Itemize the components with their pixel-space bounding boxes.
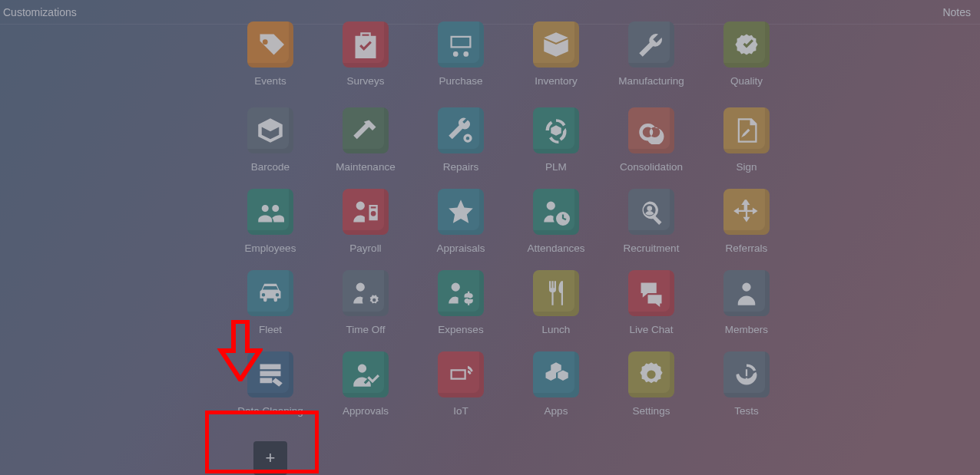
app-label: Apps [545,405,568,417]
wrench-gear-icon [438,107,484,153]
app-label: Expenses [438,324,483,336]
reload-alert-icon [723,351,770,397]
iot-icon [438,351,484,397]
magnify-user-icon [628,189,674,235]
chat-bubbles-icon [628,270,674,316]
app-label: Manufacturing [618,75,684,87]
cycle-cube-icon [533,107,579,153]
hammer-icon [343,107,389,153]
app-tile-events[interactable]: Events [223,21,318,103]
clipboard-check-icon [343,21,389,68]
app-label: Employees [245,242,296,255]
app-tile-maintenance[interactable]: Maintenance [318,103,413,184]
doc-sign-icon [723,107,770,153]
app-tile-time-off[interactable]: Time Off [318,266,413,347]
app-tile-plm[interactable]: PLM [508,103,604,184]
annotation-red-box [205,411,319,473]
app-tile-appraisals[interactable]: Appraisals [413,184,508,266]
app-label: Settings [633,405,670,417]
app-label: Lunch [542,324,571,336]
payroll-icon [343,189,389,235]
cutlery-icon [533,270,579,316]
app-tile-sign[interactable]: Sign [699,103,794,184]
app-label: Barcode [251,161,290,173]
box-open-icon [533,21,579,68]
cart-icon [438,21,484,68]
app-tile-consolidation[interactable]: Consolidation [604,103,699,184]
app-tile-inventory[interactable]: Inventory [508,21,604,103]
app-tile-members[interactable]: Members [699,266,794,347]
app-tile-lunch[interactable]: Lunch [508,266,604,347]
app-tile-quality[interactable]: Quality [699,21,794,103]
app-label: Live Chat [629,324,673,336]
referral-icon [723,189,770,235]
app-label: Attendances [527,242,584,255]
app-label: IoT [453,405,468,417]
app-tile-manufacturing[interactable]: Manufacturing [604,21,699,103]
app-tile-surveys[interactable]: Surveys [318,21,413,103]
app-tile-attendances[interactable]: Attendances [508,184,604,266]
app-tile-tests[interactable]: Tests [699,347,794,428]
app-tile-expenses[interactable]: Expenses [413,266,508,347]
topbar-right-label[interactable]: Notes [942,6,971,18]
app-label: Tests [734,405,759,417]
app-label: Recruitment [624,242,680,255]
app-label: Surveys [347,75,385,87]
app-tile-live-chat[interactable]: Live Chat [604,266,699,347]
app-tile-referrals[interactable]: Referrals [699,184,794,266]
app-label: Referrals [726,242,768,255]
app-tile-recruitment[interactable]: Recruitment [604,184,699,266]
user-clock-icon [533,189,579,235]
app-tile-purchase[interactable]: Purchase [413,21,508,103]
app-tile-apps[interactable]: Apps [508,347,604,428]
app-grid: EventsSurveysPurchaseInventoryManufactur… [223,21,822,475]
app-label: Quality [730,75,763,87]
wrench-icon [628,21,674,68]
tag-icon [247,21,293,68]
app-label: PLM [545,161,567,173]
app-label: Inventory [535,75,578,87]
user-check-icon [343,351,389,397]
barcode-box-icon [247,107,293,153]
app-label: Maintenance [336,161,395,173]
people-icon [247,189,293,235]
app-tile-barcode[interactable]: Barcode [223,103,318,184]
app-label: Appraisals [436,242,485,255]
venn-icon [628,107,674,153]
app-label: Purchase [439,75,482,87]
cubes-icon [533,351,579,397]
app-label: Payroll [349,242,381,255]
gear-check-icon [723,21,770,68]
member-icon [723,270,770,316]
app-label: Sign [736,161,757,173]
app-tile-payroll[interactable]: Payroll [318,184,413,266]
app-label: Repairs [443,161,479,173]
app-tile-iot[interactable]: IoT [413,347,508,428]
annotation-red-arrow [217,320,263,381]
star-icon [438,189,484,235]
user-gear-icon [343,270,389,316]
app-tile-employees[interactable]: Employees [223,184,318,266]
gear-icon [628,351,674,397]
user-dollar-icon [438,270,484,316]
car-icon [247,270,293,316]
app-label: Approvals [343,405,389,417]
app-label: Members [725,324,768,336]
app-tile-repairs[interactable]: Repairs [413,103,508,184]
app-tile-settings[interactable]: Settings [604,347,699,428]
app-label: Consolidation [620,161,683,173]
topbar-left-label[interactable]: Customizations [0,6,77,18]
app-label: Events [254,75,286,87]
app-tile-approvals[interactable]: Approvals [318,347,413,428]
app-label: Time Off [346,324,385,336]
